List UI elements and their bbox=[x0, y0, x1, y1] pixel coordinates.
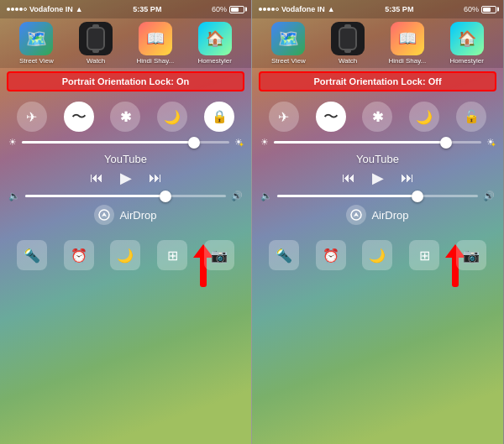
brightness-track-left[interactable] bbox=[22, 141, 229, 144]
brightness-thumb-right[interactable] bbox=[440, 137, 452, 149]
wifi-btn-left[interactable]: 〜 bbox=[64, 102, 94, 132]
status-bar-right: Vodafone IN ▲ 5:35 PM 60% bbox=[252, 0, 503, 18]
carrier-left: Vodafone IN bbox=[29, 5, 73, 13]
app-label-street-view-left: Street View bbox=[11, 57, 61, 65]
brightness-slider-right: ☀ ☀ ✦ bbox=[260, 137, 495, 148]
volume-thumb-right[interactable] bbox=[412, 191, 423, 202]
flashlight-btn-left[interactable]: 🔦 bbox=[17, 240, 47, 270]
toast-left: Portrait Orientation Lock: On bbox=[7, 71, 244, 91]
battery-pct-right: 60% bbox=[464, 5, 479, 13]
signal-dots-right bbox=[259, 8, 279, 11]
volume-track-left[interactable] bbox=[25, 195, 226, 197]
calculator-icon-right: ⊞ bbox=[419, 248, 430, 264]
night-mode-icon-right: 🌙 bbox=[369, 248, 386, 264]
forward-btn-right[interactable]: ⏭ bbox=[401, 170, 414, 185]
camera-icon-left: 📷 bbox=[211, 248, 228, 264]
calculator-icon-left: ⊞ bbox=[167, 248, 178, 264]
app-icon-home-right: 🏠 bbox=[450, 22, 484, 55]
airdrop-left[interactable]: AirDrop bbox=[8, 205, 243, 225]
bottom-row-right: 🔦 ⏰ 🌙 ⊞ 📷 bbox=[252, 235, 503, 275]
app-label-watch-right: Watch bbox=[323, 57, 373, 65]
wifi-icon-right: ▲ bbox=[328, 5, 335, 13]
signal-dots-left bbox=[7, 8, 27, 11]
airdrop-svg-left bbox=[98, 209, 110, 221]
brightness-high-icon-left: ☀ ✦ bbox=[234, 137, 243, 148]
moon-icon-right: 🌙 bbox=[416, 109, 433, 125]
bluetooth-btn-left[interactable]: ✱ bbox=[110, 102, 140, 132]
carrier-right: Vodafone IN bbox=[281, 5, 325, 13]
app-icon-street-view-right: 🗺️ bbox=[271, 22, 305, 55]
app-label-hindi-left: Hindi Shay... bbox=[130, 57, 181, 65]
wifi-toggle-icon-right: 〜 bbox=[323, 107, 339, 127]
media-controls-right: ⏮ ▶ ⏭ bbox=[260, 169, 495, 187]
volume-low-icon-left: 🔈 bbox=[8, 191, 20, 201]
app-street-view-left[interactable]: 🗺️ Street View bbox=[11, 22, 61, 65]
wifi-btn-right[interactable]: 〜 bbox=[316, 102, 346, 132]
app-watch-left[interactable]: Watch bbox=[71, 22, 121, 65]
airplane-icon-right: ✈ bbox=[278, 109, 289, 125]
status-left-right: Vodafone IN ▲ bbox=[259, 5, 335, 13]
camera-btn-left[interactable]: 📷 bbox=[204, 240, 234, 270]
cc-area-left: ✈ 〜 ✱ 🌙 🔒 ☀ ☀ ✦ bbox=[0, 95, 251, 232]
app-row-right: 🗺️ Street View Watch 📖 Hindi Shay... 🏠 H… bbox=[252, 18, 503, 68]
night-mode-icon-left: 🌙 bbox=[117, 248, 134, 264]
app-label-home-right: Homestyler bbox=[442, 57, 492, 65]
camera-btn-right[interactable]: 📷 bbox=[456, 240, 486, 270]
play-btn-right[interactable]: ▶ bbox=[372, 169, 384, 187]
volume-fill-left bbox=[25, 195, 165, 197]
calculator-btn-right[interactable]: ⊞ bbox=[409, 240, 439, 270]
cc-area-right: ✈ 〜 ✱ 🌙 🔓 ☀ ☀ ✦ bbox=[252, 95, 503, 232]
flashlight-icon-left: 🔦 bbox=[24, 248, 40, 264]
app-street-view-right[interactable]: 🗺️ Street View bbox=[263, 22, 313, 65]
flashlight-btn-right[interactable]: 🔦 bbox=[269, 240, 299, 270]
camera-icon-right: 📷 bbox=[463, 248, 480, 264]
app-icon-watch-right bbox=[331, 22, 365, 55]
phone-panel-left: Vodafone IN ▲ 5:35 PM 60% 🗺️ Street View… bbox=[0, 0, 252, 444]
brightness-low-icon-right: ☀ bbox=[260, 137, 269, 148]
orientation-lock-btn-left[interactable]: 🔒 bbox=[204, 102, 234, 132]
bluetooth-btn-right[interactable]: ✱ bbox=[362, 102, 392, 132]
night-mode-btn-right[interactable]: 🌙 bbox=[362, 240, 392, 270]
airdrop-svg-right bbox=[350, 209, 362, 221]
orientation-lock-icon-right: 🔓 bbox=[464, 109, 480, 124]
airdrop-icon-left bbox=[94, 205, 114, 225]
airplane-mode-btn-left[interactable]: ✈ bbox=[17, 102, 47, 132]
status-right-right: 60% bbox=[464, 5, 496, 13]
app-icon-hindi-right: 📖 bbox=[391, 22, 424, 55]
do-not-disturb-btn-right[interactable]: 🌙 bbox=[409, 102, 439, 132]
volume-fill-right bbox=[277, 195, 417, 197]
airdrop-right[interactable]: AirDrop bbox=[260, 205, 495, 225]
airplane-mode-btn-right[interactable]: ✈ bbox=[269, 102, 299, 132]
orientation-lock-btn-right[interactable]: 🔓 bbox=[456, 102, 486, 132]
rewind-btn-left[interactable]: ⏮ bbox=[90, 170, 103, 185]
airplane-icon-left: ✈ bbox=[26, 109, 37, 125]
do-not-disturb-btn-left[interactable]: 🌙 bbox=[157, 102, 187, 132]
status-right-left: 60% bbox=[212, 5, 244, 13]
rewind-btn-right[interactable]: ⏮ bbox=[342, 170, 355, 185]
status-left-left: Vodafone IN ▲ bbox=[7, 5, 83, 13]
volume-thumb-left[interactable] bbox=[160, 191, 171, 202]
timer-btn-left[interactable]: ⏰ bbox=[64, 240, 94, 270]
timer-btn-right[interactable]: ⏰ bbox=[316, 240, 346, 270]
volume-high-icon-right: 🔊 bbox=[483, 191, 495, 201]
forward-btn-left[interactable]: ⏭ bbox=[149, 170, 162, 185]
time-left: 5:35 PM bbox=[133, 5, 161, 13]
app-watch-right[interactable]: Watch bbox=[323, 22, 373, 65]
play-btn-left[interactable]: ▶ bbox=[120, 169, 132, 187]
app-hindi-right[interactable]: 📖 Hindi Shay... bbox=[382, 22, 433, 65]
volume-track-right[interactable] bbox=[277, 195, 478, 197]
app-home-right[interactable]: 🏠 Homestyler bbox=[442, 22, 492, 65]
battery-right bbox=[481, 6, 496, 13]
app-home-left[interactable]: 🏠 Homestyler bbox=[190, 22, 240, 65]
app-hindi-left[interactable]: 📖 Hindi Shay... bbox=[130, 22, 181, 65]
app-label-home-left: Homestyler bbox=[190, 57, 240, 65]
wifi-icon-left: ▲ bbox=[76, 5, 83, 13]
timer-icon-right: ⏰ bbox=[323, 248, 339, 264]
calculator-btn-left[interactable]: ⊞ bbox=[157, 240, 187, 270]
night-mode-btn-left[interactable]: 🌙 bbox=[110, 240, 140, 270]
app-icon-home-left: 🏠 bbox=[198, 22, 232, 55]
brightness-thumb-left[interactable] bbox=[188, 137, 200, 149]
brightness-high-icon-right: ☀ ✦ bbox=[486, 137, 495, 148]
brightness-track-right[interactable] bbox=[274, 141, 481, 144]
app-label-watch-left: Watch bbox=[71, 57, 121, 65]
